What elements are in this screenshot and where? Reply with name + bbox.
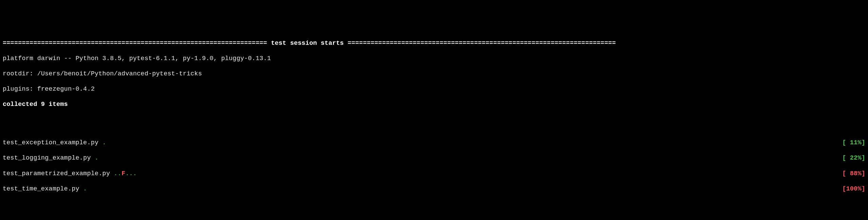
session-header-label: test session starts bbox=[267, 40, 348, 48]
result-dots: . bbox=[95, 154, 98, 162]
collected-line: collected 9 items bbox=[3, 101, 865, 109]
eq-rule: ========================================… bbox=[348, 40, 616, 48]
test-file: test_logging_example.py bbox=[3, 154, 95, 162]
result-dots: . bbox=[83, 185, 87, 193]
progress-pct: [ 88%] bbox=[842, 170, 865, 178]
progress-pct: [ 11%] bbox=[842, 139, 865, 147]
test-file: test_exception_example.py bbox=[3, 139, 102, 147]
test-file: test_parametrized_example.py bbox=[3, 170, 114, 178]
plugins-line: plugins: freezegun-0.4.2 bbox=[3, 86, 865, 93]
progress-pct: [100%] bbox=[842, 185, 865, 193]
blank-line bbox=[3, 116, 865, 124]
test-progress-row: test_time_example.py .[100%] bbox=[3, 185, 865, 193]
test-progress-row: test_parametrized_example.py ..F...[ 88%… bbox=[3, 170, 865, 178]
rootdir-line: rootdir: /Users/benoit/Python/advanced-p… bbox=[3, 70, 865, 78]
platform-line: platform darwin -- Python 3.8.5, pytest-… bbox=[3, 55, 865, 63]
blank-line bbox=[3, 201, 865, 208]
result-fail: F bbox=[121, 170, 125, 178]
test-progress-row: test_logging_example.py .[ 22%] bbox=[3, 154, 865, 162]
result-dots: . bbox=[102, 139, 106, 147]
session-header: ========================================… bbox=[3, 40, 865, 48]
eq-rule: ========================================… bbox=[3, 40, 267, 48]
result-dots: ... bbox=[125, 170, 137, 178]
terminal-output: ========================================… bbox=[3, 32, 865, 220]
progress-pct: [ 22%] bbox=[842, 154, 865, 162]
result-dots: .. bbox=[114, 170, 122, 178]
test-progress-row: test_exception_example.py .[ 11%] bbox=[3, 139, 865, 147]
test-file: test_time_example.py bbox=[3, 185, 83, 193]
